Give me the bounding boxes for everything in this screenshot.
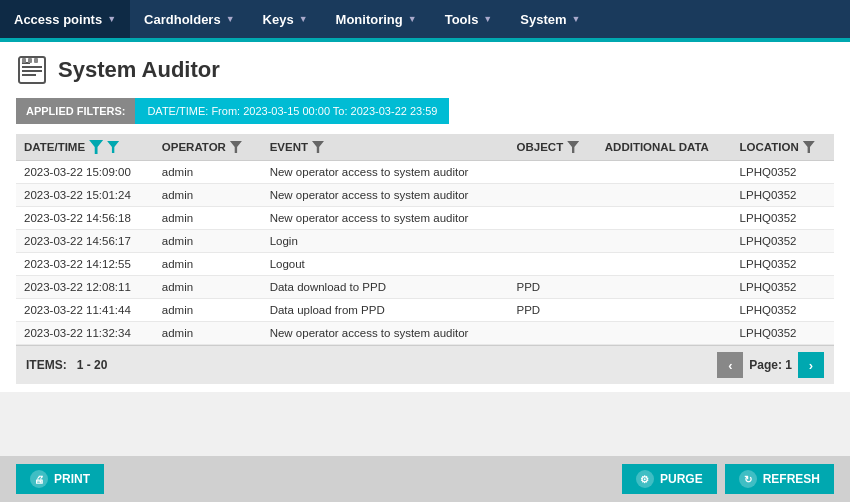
cell-location: LPHQ0352: [732, 322, 834, 345]
col-additional-label: ADDITIONAL DATA: [605, 141, 709, 153]
nav-arrow-cardholders: ▼: [226, 14, 235, 24]
nav-label-monitoring: Monitoring: [336, 12, 403, 27]
page-icon: [16, 54, 48, 86]
filter-operator-icon[interactable]: [230, 141, 242, 153]
col-datetime-label: DATE/TIME: [24, 141, 85, 153]
table-row[interactable]: 2023-03-22 14:12:55 admin Logout LPHQ035…: [16, 253, 834, 276]
cell-additional: [597, 253, 732, 276]
cell-datetime: 2023-03-22 11:41:44: [16, 299, 154, 322]
nav-label-system: System: [520, 12, 566, 27]
cell-additional: [597, 276, 732, 299]
cell-object: [509, 184, 597, 207]
cell-operator: admin: [154, 276, 262, 299]
page-info: Page: 1: [749, 358, 792, 372]
table-row[interactable]: 2023-03-22 15:01:24 admin New operator a…: [16, 184, 834, 207]
cell-event: New operator access to system auditor: [262, 184, 509, 207]
cell-location: LPHQ0352: [732, 299, 834, 322]
nav-arrow-access-points: ▼: [107, 14, 116, 24]
col-operator-label: OPERATOR: [162, 141, 226, 153]
cell-operator: admin: [154, 299, 262, 322]
nav-label-access-points: Access points: [14, 12, 102, 27]
cell-datetime: 2023-03-22 12:08:11: [16, 276, 154, 299]
pagination-bar: ITEMS: 1 - 20 ‹ Page: 1 ›: [16, 345, 834, 384]
col-object-label: OBJECT: [517, 141, 564, 153]
cell-object: [509, 253, 597, 276]
auditor-icon: [17, 55, 47, 85]
sort-datetime-icon[interactable]: [89, 140, 103, 154]
cell-object: PPD: [509, 276, 597, 299]
nav-item-tools[interactable]: Tools ▼: [431, 0, 507, 38]
cell-datetime: 2023-03-22 14:56:18: [16, 207, 154, 230]
col-object[interactable]: OBJECT: [509, 134, 597, 161]
table-row[interactable]: 2023-03-22 14:56:18 admin New operator a…: [16, 207, 834, 230]
cell-additional: [597, 299, 732, 322]
col-location[interactable]: LOCATION: [732, 134, 834, 161]
svg-rect-6: [28, 58, 32, 63]
col-event-label: EVENT: [270, 141, 308, 153]
bottom-right-buttons: ⚙ PURGE ↻ REFRESH: [622, 464, 834, 494]
next-page-button[interactable]: ›: [798, 352, 824, 378]
col-datetime[interactable]: DATE/TIME: [16, 134, 154, 161]
cell-event: Logout: [262, 253, 509, 276]
cell-datetime: 2023-03-22 15:09:00: [16, 161, 154, 184]
cell-object: [509, 230, 597, 253]
cell-operator: admin: [154, 230, 262, 253]
filters-value: DATE/TIME: From: 2023-03-15 00:00 To: 20…: [135, 98, 449, 124]
print-button[interactable]: 🖨 PRINT: [16, 464, 104, 494]
print-icon: 🖨: [30, 470, 48, 488]
cell-datetime: 2023-03-22 11:32:34: [16, 322, 154, 345]
col-event[interactable]: EVENT: [262, 134, 509, 161]
svg-rect-5: [22, 58, 26, 63]
table-row[interactable]: 2023-03-22 14:56:17 admin Login LPHQ0352: [16, 230, 834, 253]
purge-icon: ⚙: [636, 470, 654, 488]
cell-event: New operator access to system auditor: [262, 322, 509, 345]
nav-item-system[interactable]: System ▼: [506, 0, 594, 38]
cell-operator: admin: [154, 184, 262, 207]
svg-rect-4: [22, 74, 36, 76]
cell-operator: admin: [154, 322, 262, 345]
svg-rect-3: [22, 70, 42, 72]
cell-location: LPHQ0352: [732, 207, 834, 230]
table-body: 2023-03-22 15:09:00 admin New operator a…: [16, 161, 834, 345]
filter-event-icon[interactable]: [312, 141, 324, 153]
nav-label-cardholders: Cardholders: [144, 12, 221, 27]
nav-label-keys: Keys: [263, 12, 294, 27]
refresh-button[interactable]: ↻ REFRESH: [725, 464, 834, 494]
page-title: System Auditor: [58, 57, 220, 83]
purge-button[interactable]: ⚙ PURGE: [622, 464, 717, 494]
cell-datetime: 2023-03-22 14:12:55: [16, 253, 154, 276]
table-row[interactable]: 2023-03-22 11:41:44 admin Data upload fr…: [16, 299, 834, 322]
nav-item-monitoring[interactable]: Monitoring ▼: [322, 0, 431, 38]
cell-operator: admin: [154, 207, 262, 230]
top-navigation: Access points ▼ Cardholders ▼ Keys ▼ Mon…: [0, 0, 850, 38]
cell-location: LPHQ0352: [732, 253, 834, 276]
prev-page-button[interactable]: ‹: [717, 352, 743, 378]
nav-item-keys[interactable]: Keys ▼: [249, 0, 322, 38]
cell-object: PPD: [509, 299, 597, 322]
table-row[interactable]: 2023-03-22 11:32:34 admin New operator a…: [16, 322, 834, 345]
nav-arrow-tools: ▼: [483, 14, 492, 24]
items-label: ITEMS: 1 - 20: [26, 358, 107, 372]
svg-rect-2: [22, 66, 42, 68]
cell-operator: admin: [154, 161, 262, 184]
items-text: ITEMS:: [26, 358, 73, 372]
purge-label: PURGE: [660, 472, 703, 486]
filter-datetime-icon[interactable]: [107, 141, 119, 153]
cell-additional: [597, 207, 732, 230]
cell-object: [509, 322, 597, 345]
col-operator[interactable]: OPERATOR: [154, 134, 262, 161]
nav-item-access-points[interactable]: Access points ▼: [0, 0, 130, 38]
cell-event: New operator access to system auditor: [262, 207, 509, 230]
nav-item-cardholders[interactable]: Cardholders ▼: [130, 0, 249, 38]
bottom-left-buttons: 🖨 PRINT: [16, 464, 104, 494]
cell-object: [509, 161, 597, 184]
filters-bar: APPLIED FILTERS: DATE/TIME: From: 2023-0…: [16, 98, 834, 124]
table-row[interactable]: 2023-03-22 15:09:00 admin New operator a…: [16, 161, 834, 184]
cell-object: [509, 207, 597, 230]
filter-location-icon[interactable]: [803, 141, 815, 153]
filter-object-icon[interactable]: [567, 141, 579, 153]
page-header: System Auditor: [16, 54, 834, 86]
table-row[interactable]: 2023-03-22 12:08:11 admin Data download …: [16, 276, 834, 299]
cell-operator: admin: [154, 253, 262, 276]
refresh-icon: ↻: [739, 470, 757, 488]
